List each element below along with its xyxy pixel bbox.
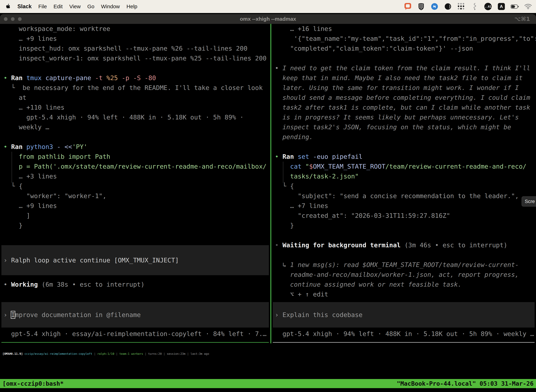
text-span: weekly … [4, 123, 49, 131]
menu-item-help[interactable]: Help [126, 4, 137, 9]
text-span [23, 352, 25, 355]
text-span: | [185, 352, 191, 355]
text-span: • [4, 143, 11, 150]
text-span: | [143, 352, 148, 355]
terminal-line: • Ran set -euo pipefail [271, 152, 536, 162]
terminal-line: └ be necessary for the end of the README… [0, 83, 270, 93]
screen-recording-icon[interactable] [404, 2, 412, 10]
window-shortcut-hint: ⌥⌘1 [514, 16, 530, 22]
text-span: python3 [26, 143, 57, 150]
terminal-line [271, 230, 536, 240]
terminal-line: } [0, 221, 270, 230]
text-span: turns:20 [148, 352, 162, 355]
menu-item-window[interactable]: Window [101, 4, 120, 9]
prompt-input-right[interactable]: › Explain this codebase [273, 302, 535, 327]
count-badge-icon[interactable]: ..61 [484, 2, 492, 10]
minimize-button[interactable] [11, 17, 14, 21]
text-span: "completed","claim_token":"claim-token"}… [275, 45, 473, 52]
text-span: gpt-5.4 xhigh · essay/ai-reimplementatio… [4, 330, 267, 337]
text-span: gpt-5.4 xhigh · 94% left · 488K in · 5.1… [4, 114, 244, 121]
terminal-line: pending. [271, 132, 536, 142]
macos-menu-bar: Slack FileEditViewGoWindowHelp ..61A [0, 0, 536, 13]
tmux-host-clock: "MacBook-Pro-44.local" 05:03 31-Mar-26 [397, 380, 534, 387]
text-span: cat [290, 163, 306, 170]
text-span: Working [11, 281, 38, 288]
terminal-line: inspect_worker-1: omx sparkshell --tmux-… [0, 53, 270, 63]
terminal-line: • Ran tmux capture-pane -t %25 -p -S -80 [0, 73, 270, 83]
text-span: … +9 lines [4, 35, 57, 42]
menu-item-edit[interactable]: Edit [53, 4, 62, 9]
text-span: • [275, 153, 282, 160]
text-span: ralph:1/10 [97, 352, 114, 355]
terminal-line [0, 63, 270, 73]
crescent-disc-icon[interactable] [444, 2, 452, 10]
terminal-line: … +9 lines [0, 201, 270, 211]
text-span: 1 new msg(s): read $OMX_TEAM_STATE_ROOT/… [290, 261, 519, 268]
terminal-line: cat "$OMX_TEAM_STATE_ROOT/team/review-cu… [271, 162, 536, 171]
text-span: cczip/essay/ai-reimplementation-copyleft [24, 352, 92, 355]
text-span: team:1 workers [120, 352, 143, 355]
text-span: later. Using the same for transition mig… [275, 84, 519, 91]
grid-shield-icon[interactable] [417, 2, 425, 10]
menu-item-file[interactable]: File [38, 4, 47, 9]
text-span: › [4, 311, 11, 318]
menu-item-view[interactable]: View [69, 4, 81, 9]
close-button[interactable] [4, 17, 8, 21]
terminal-pane-left[interactable]: workspace_mode: worktree … +9 lines insp… [0, 24, 270, 343]
prompt-line: › Explain this codebase [273, 310, 535, 320]
ralph-status-box[interactable]: › Ralph loop active continue [OMX_TMUX_I… [1, 245, 269, 275]
spark-badge-icon[interactable] [431, 2, 439, 10]
text-span: '{"team_name":"my-team","task_id":"1","f… [275, 35, 536, 42]
terminal-line: "subject": "send a concise recommendatio… [271, 191, 536, 201]
text-span: • [275, 65, 282, 72]
menu-app-name[interactable]: Slack [17, 3, 32, 10]
text-span: readme-and-reco/mailbox/worker-1.json, a… [275, 271, 519, 278]
text-span: … +7 lines [275, 202, 328, 209]
terminal-line: … +9 lines [0, 34, 270, 44]
text-span: "created_at": "2026-03-31T11:59:27.816Z" [275, 212, 450, 219]
text-span: • [4, 74, 11, 81]
text-span: Ran [282, 153, 298, 160]
text-span: -t [95, 74, 106, 81]
keyboard-layout-icon[interactable]: A [497, 2, 505, 10]
terminal-window: omx --xhigh --madmax ⌥⌘1 workspace_mode:… [0, 14, 536, 392]
zoom-button[interactable] [18, 17, 22, 21]
terminal-line: workspace_mode: worktree [0, 24, 270, 34]
terminal-pane-right[interactable]: … +16 lines '{"team_name":"my-team","tas… [271, 24, 536, 343]
apple-icon[interactable] [6, 4, 11, 9]
traffic-lights [4, 14, 22, 24]
terminal-line: "worker": "worker-1", [0, 191, 270, 201]
terminal-line: … +3 lines [0, 171, 270, 181]
terminal-line: gpt-5.4 xhigh · 94% left · 488K in · 5.1… [0, 112, 270, 122]
window-title-bar[interactable]: omx --xhigh --madmax ⌥⌘1 [0, 14, 536, 24]
terminal-line: } [271, 221, 536, 230]
text-span: is in progress? It seems likely but perh… [275, 114, 519, 121]
prompt-line: › Improve documentation in @filename [1, 310, 269, 320]
terminal-line: readme-and-reco/mailbox/worker-1.json, a… [271, 270, 536, 280]
text-span: OMX_TEAM_STATE_ROOT [313, 163, 385, 170]
terminal-line: at [0, 93, 270, 103]
dots-grid-icon[interactable] [457, 2, 465, 10]
terminal-line: later. Using the same for transition mig… [271, 83, 536, 93]
text-span: task2 after task1 is complete, but can I… [275, 104, 530, 111]
text-span: ] [4, 212, 30, 219]
text-span: Ralph loop active continue [OMX_TMUX_INJ… [11, 257, 179, 264]
text-span: - [57, 143, 64, 150]
terminal-line: should send a message before completing … [271, 93, 536, 103]
terminal-line: weekly … [0, 122, 270, 132]
terminal-line: ↳ 1 new msg(s): read $OMX_TEAM_STATE_ROO… [271, 260, 536, 270]
text-span: (3m 46s • esc to interrupt) [401, 242, 507, 249]
wifi-icon[interactable] [524, 2, 532, 10]
text-span: } [4, 222, 23, 229]
window-title: omx --xhigh --madmax [240, 16, 296, 22]
pane-bottom-border-right [273, 342, 535, 343]
battery-icon[interactable] [511, 2, 519, 10]
text-span: › [4, 257, 11, 264]
terminal-line: • Ran python3 - <<'PY' [0, 142, 270, 152]
text-cursor: I [11, 311, 15, 318]
text-span: << [65, 143, 72, 150]
omx-status-strip: [OMX#0.11.9] cczip/essay/ai-reimplementa… [0, 343, 536, 379]
menu-item-go[interactable]: Go [87, 4, 94, 9]
prompt-input-left[interactable]: › Improve documentation in @filename [1, 302, 269, 327]
squiggle-icon[interactable] [471, 2, 479, 10]
